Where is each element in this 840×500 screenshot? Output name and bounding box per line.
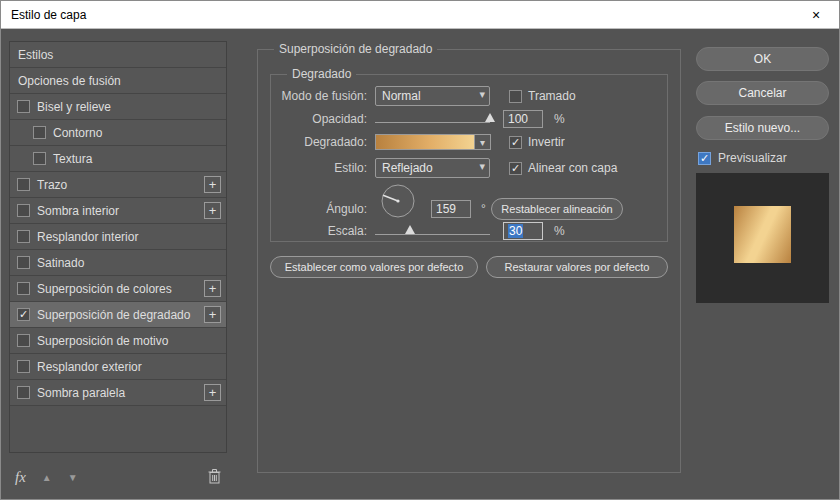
sidebar-item-sombra-paralela[interactable]: ✓ Sombra paralela + — [10, 380, 226, 406]
opacity-slider-handle[interactable] — [485, 113, 495, 122]
plus-icon: + — [209, 386, 217, 399]
style-select[interactable]: Reflejado ▾ — [375, 158, 490, 178]
sidebar-item-label: Opciones de fusión — [18, 74, 121, 88]
cancel-label: Cancelar — [738, 86, 786, 100]
sidebar-item-label: Bisel y relieve — [37, 100, 111, 114]
move-up-icon[interactable]: ▲ — [42, 472, 52, 483]
preview-label: Previsualizar — [718, 151, 787, 165]
fx-icon[interactable]: fx — [15, 469, 26, 486]
sidebar-item-label: Resplandor interior — [37, 230, 138, 244]
trazo-checkbox[interactable]: ✓ — [17, 178, 30, 191]
cancel-button[interactable]: Cancelar — [696, 81, 829, 105]
superposicion-motivo-checkbox[interactable]: ✓ — [17, 334, 30, 347]
scale-label: Escala: — [279, 224, 367, 238]
align-checkbox[interactable]: ✓ — [509, 162, 522, 175]
trash-icon[interactable] — [208, 469, 221, 487]
preview-option: ✓ Previsualizar — [698, 151, 787, 165]
move-down-icon[interactable]: ▼ — [68, 472, 78, 483]
check-icon: ✓ — [19, 309, 28, 320]
sidebar-item-resplandor-interior[interactable]: ✓ Resplandor interior — [10, 224, 226, 250]
scale-unit: % — [554, 224, 565, 238]
check-icon: ✓ — [511, 163, 520, 174]
add-superposicion-degradado-button[interactable]: + — [204, 306, 221, 323]
sidebar-item-label: Trazo — [37, 178, 67, 192]
gradient-label: Degradado: — [279, 135, 367, 149]
new-style-button[interactable]: Estilo nuevo... — [696, 116, 829, 140]
sidebar-item-label: Sombra interior — [37, 204, 119, 218]
sidebar-item-superposicion-de-degradado[interactable]: ✓ Superposición de degradado + — [10, 302, 226, 328]
sidebar-item-sombra-interior[interactable]: ✓ Sombra interior + — [10, 198, 226, 224]
style-preview-thumbnail — [696, 173, 829, 303]
textura-checkbox[interactable]: ✓ — [33, 152, 46, 165]
sidebar-item-trazo[interactable]: ✓ Trazo + — [10, 172, 226, 198]
sombra-interior-checkbox[interactable]: ✓ — [17, 204, 30, 217]
preview-checkbox[interactable]: ✓ — [698, 152, 711, 165]
sidebar-item-satinado[interactable]: ✓ Satinado — [10, 250, 226, 276]
angle-input[interactable]: 159 — [431, 200, 471, 218]
angle-dial[interactable] — [379, 182, 417, 220]
invert-checkbox[interactable]: ✓ — [509, 136, 522, 149]
check-icon: ✓ — [511, 137, 520, 148]
ok-button[interactable]: OK — [696, 47, 829, 71]
scale-slider-handle[interactable] — [405, 225, 415, 234]
plus-icon: + — [209, 308, 217, 321]
section-title: Superposición de degradado — [274, 42, 437, 56]
check-icon: ✓ — [700, 153, 709, 164]
align-option: ✓ Alinear con capa — [509, 161, 617, 175]
gradient-picker-arrow[interactable]: ▾ — [475, 134, 491, 150]
sidebar-item-textura[interactable]: ✓ Textura — [10, 146, 226, 172]
plus-icon: + — [209, 282, 217, 295]
opacity-unit: % — [554, 112, 565, 126]
set-defaults-label: Establecer como valores por defecto — [285, 261, 464, 273]
sidebar-item-label: Superposición de motivo — [37, 334, 168, 348]
opacity-input[interactable]: 100 — [503, 110, 543, 128]
sidebar-footer: fx ▲ ▼ — [9, 463, 227, 491]
contorno-checkbox[interactable]: ✓ — [33, 126, 46, 139]
opacity-slider[interactable] — [375, 111, 490, 127]
scale-input[interactable]: 30 — [503, 222, 543, 240]
gradient-overlay-panel: Superposición de degradado Degradado Mod… — [257, 49, 681, 473]
satinado-checkbox[interactable]: ✓ — [17, 256, 30, 269]
gradient-swatch[interactable] — [375, 134, 475, 150]
blend-mode-select[interactable]: Normal ▾ — [375, 86, 490, 106]
opacity-slider-track — [375, 122, 490, 123]
sidebar-item-contorno[interactable]: ✓ Contorno — [10, 120, 226, 146]
add-superposicion-colores-button[interactable]: + — [204, 280, 221, 297]
sidebar-item-label: Sombra paralela — [37, 386, 125, 400]
angle-label: Ángulo: — [279, 202, 367, 216]
sidebar-item-label: Resplandor exterior — [37, 360, 142, 374]
sidebar-item-superposicion-de-motivo[interactable]: ✓ Superposición de motivo — [10, 328, 226, 354]
sidebar-item-resplandor-exterior[interactable]: ✓ Resplandor exterior — [10, 354, 226, 380]
dither-option: ✓ Tramado — [509, 89, 576, 103]
angle-unit: ° — [481, 202, 486, 216]
sidebar-item-label: Superposición de colores — [37, 282, 172, 296]
style-label: Estilo: — [279, 161, 367, 175]
add-trazo-button[interactable]: + — [204, 176, 221, 193]
sidebar-item-bisel-y-relieve[interactable]: ✓ Bisel y relieve — [10, 94, 226, 120]
opacity-row: Opacidad: 100 % — [279, 108, 659, 130]
style-value: Reflejado — [382, 161, 433, 175]
new-style-label: Estilo nuevo... — [725, 121, 800, 135]
set-defaults-button[interactable]: Establecer como valores por defecto — [270, 256, 478, 278]
bisel-checkbox[interactable]: ✓ — [17, 100, 30, 113]
style-row: Estilo: Reflejado ▾ ✓ Alinear con capa — [279, 157, 659, 179]
sombra-paralela-checkbox[interactable]: ✓ — [17, 386, 30, 399]
sidebar-item-estilos[interactable]: Estilos — [10, 42, 226, 68]
superposicion-colores-checkbox[interactable]: ✓ — [17, 282, 30, 295]
resplandor-interior-checkbox[interactable]: ✓ — [17, 230, 30, 243]
sidebar-item-superposicion-de-colores[interactable]: ✓ Superposición de colores + — [10, 276, 226, 302]
blend-mode-label: Modo de fusión: — [279, 89, 367, 103]
add-sombra-paralela-button[interactable]: + — [204, 384, 221, 401]
reset-alignment-button[interactable]: Restablecer alineación — [491, 198, 623, 220]
scale-slider[interactable] — [375, 223, 490, 239]
dither-checkbox[interactable]: ✓ — [509, 90, 522, 103]
close-button[interactable]: × — [793, 1, 839, 29]
resplandor-exterior-checkbox[interactable]: ✓ — [17, 360, 30, 373]
reset-alignment-label: Restablecer alineación — [501, 203, 612, 215]
restore-defaults-button[interactable]: Restaurar valores por defecto — [486, 256, 668, 278]
sidebar-item-opciones-de-fusion[interactable]: Opciones de fusión — [10, 68, 226, 94]
add-sombra-interior-button[interactable]: + — [204, 202, 221, 219]
superposicion-degradado-checkbox[interactable]: ✓ — [17, 308, 30, 321]
sidebar-item-label: Satinado — [37, 256, 84, 270]
opacity-value: 100 — [508, 112, 528, 126]
